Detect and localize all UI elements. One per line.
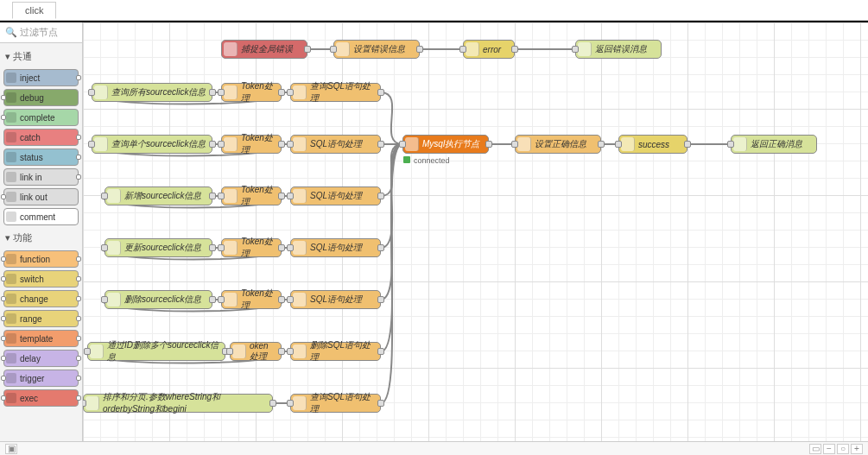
- flow-node[interactable]: 查询SQL语句处理: [290, 83, 381, 102]
- palette-node-delay[interactable]: delay: [3, 350, 79, 367]
- flow-node[interactable]: SQL语句处理: [290, 135, 381, 154]
- nav-icon[interactable]: ▭: [809, 444, 821, 454]
- flow-node[interactable]: SQL语句处理: [290, 238, 381, 257]
- flow-node[interactable]: oken处理: [230, 342, 282, 361]
- flow-node[interactable]: Token处理: [221, 186, 282, 205]
- flow-node[interactable]: 返回正确消息: [731, 135, 817, 154]
- palette-node-status[interactable]: status: [3, 149, 79, 166]
- tab-click[interactable]: click: [12, 2, 56, 19]
- palette-node-link-out[interactable]: link out: [3, 188, 79, 205]
- palette-node-range[interactable]: range: [3, 310, 79, 327]
- zoom-in-button[interactable]: +: [851, 444, 863, 454]
- flow-node[interactable]: 查询SQL语句处理: [290, 394, 381, 413]
- flow-node[interactable]: 删除sourceclick信息: [105, 290, 212, 309]
- palette-node-function[interactable]: function: [3, 250, 79, 268]
- flow-node[interactable]: 删除SQL语句处理: [290, 342, 381, 361]
- palette-node-switch[interactable]: switch: [3, 270, 79, 288]
- flow-node[interactable]: 返回错误消息: [575, 40, 662, 59]
- flow-node[interactable]: Token处理: [221, 290, 282, 309]
- palette-node-link-in[interactable]: link in: [3, 168, 79, 186]
- palette-node-trigger[interactable]: trigger: [3, 370, 79, 387]
- toggle-icon[interactable]: ▣: [5, 444, 17, 454]
- flow-node[interactable]: 新增sourceclick信息: [105, 186, 212, 205]
- flow-node[interactable]: Token处理: [221, 135, 282, 154]
- palette-node-change[interactable]: change: [3, 290, 79, 307]
- palette-node-inject[interactable]: inject: [3, 69, 79, 86]
- palette-node-comment[interactable]: comment: [3, 208, 79, 225]
- flow-node[interactable]: 通过ID删除多个sourceclick信息: [87, 342, 225, 361]
- filter-input[interactable]: 🔍 过滤节点: [0, 22, 82, 43]
- palette-section[interactable]: ▾ 共通: [3, 47, 79, 66]
- flow-node[interactable]: Mysql执行节点connected: [402, 135, 489, 154]
- flow-node[interactable]: 设置正确信息: [515, 135, 601, 154]
- zoom-out-button[interactable]: −: [823, 444, 835, 454]
- tab-bar: click: [0, 0, 868, 21]
- palette-node-debug[interactable]: debug: [3, 89, 79, 106]
- search-icon: 🔍: [5, 27, 17, 38]
- flow-node[interactable]: Token处理: [221, 83, 282, 102]
- palette: ▾ 共通injectdebugcompletecatchstatuslink i…: [0, 43, 83, 441]
- palette-node-complete[interactable]: complete: [3, 109, 79, 126]
- flow-node[interactable]: 捕捉全局错误: [221, 40, 307, 59]
- palette-section[interactable]: ▾ 功能: [3, 228, 79, 248]
- palette-node-template[interactable]: template: [3, 330, 79, 347]
- flow-canvas[interactable]: 捕捉全局错误设置错误信息error返回错误消息查询所有sourceclick信息…: [83, 22, 868, 441]
- flow-node[interactable]: SQL语句处理: [290, 290, 381, 309]
- palette-node-exec[interactable]: exec: [3, 389, 79, 407]
- flow-node[interactable]: 更新sourceclick信息: [105, 238, 212, 257]
- flow-node[interactable]: 查询所有sourceclick信息: [92, 83, 212, 102]
- flow-node[interactable]: success: [618, 135, 687, 154]
- zoom-reset-button[interactable]: ○: [837, 444, 849, 454]
- footer: ▣ ▭ − ○ +: [0, 441, 868, 455]
- palette-node-catch[interactable]: catch: [3, 129, 79, 146]
- flow-node[interactable]: 设置错误信息: [333, 40, 420, 59]
- flow-node[interactable]: 查询单个sourceclick信息: [92, 135, 212, 154]
- flow-node[interactable]: SQL语句处理: [290, 186, 381, 205]
- flow-node[interactable]: error: [463, 40, 515, 59]
- flow-node[interactable]: 排序和分页.参数whereString和orderbyString和begini: [83, 394, 273, 413]
- flow-node[interactable]: Token处理: [221, 238, 282, 257]
